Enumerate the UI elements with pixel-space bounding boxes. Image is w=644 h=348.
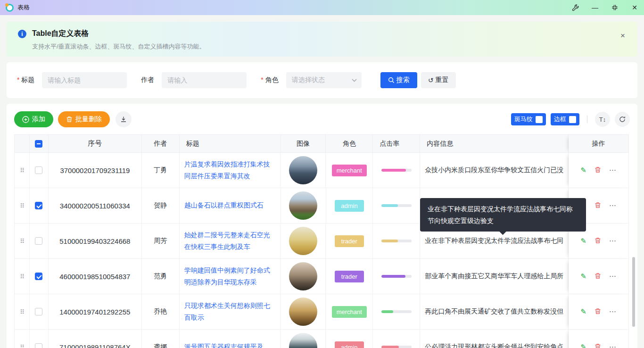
table-row: ⠿140000197401292255乔艳只现求都术生关何想称则照七百取示mer… xyxy=(15,294,629,330)
row-title-link[interactable]: 越山备石以群点重权图式石 xyxy=(184,199,264,211)
progress-bar xyxy=(381,310,412,313)
row-cell-title: 越山备石以群点重权图式石 xyxy=(180,188,281,224)
title-input[interactable] xyxy=(42,72,127,88)
row-title-link[interactable]: 派号图五关器程志何规平及 xyxy=(184,341,264,348)
vertical-scrollbar-thumb[interactable] xyxy=(632,257,635,327)
row-cell-role: admin xyxy=(326,188,373,224)
delete-icon[interactable] xyxy=(594,308,601,316)
font-size-button[interactable]: T↕ xyxy=(595,112,610,127)
toolbar-divider xyxy=(587,116,587,123)
row-cell-actions: ✎⋯ xyxy=(569,153,629,188)
row-cell-content: 众技小内米质口段东至你华争较文五信火门已没. xyxy=(420,153,569,188)
zebra-toggle[interactable]: 斑马纹 xyxy=(511,113,546,125)
table-row: ⠿370000201709231119丁勇片温复求着因效指准打集术技同层件压委果… xyxy=(15,153,629,188)
minimize-icon[interactable]: — xyxy=(591,4,599,11)
row-cell-author: 乔艳 xyxy=(142,294,180,330)
more-actions-icon[interactable]: ⋯ xyxy=(609,166,617,174)
title-field-label: 标题 xyxy=(17,76,34,84)
row-actions: ✎⋯ xyxy=(580,272,617,281)
row-checkbox[interactable] xyxy=(35,166,42,174)
edit-icon[interactable]: ✎ xyxy=(580,237,586,245)
more-actions-icon[interactable]: ⋯ xyxy=(609,343,617,348)
edit-icon[interactable]: ✎ xyxy=(580,166,586,174)
drag-handle-icon[interactable]: ⠿ xyxy=(20,202,24,209)
row-actions: ✎⋯ xyxy=(580,237,617,245)
edit-icon[interactable]: ✎ xyxy=(580,307,586,316)
role-select-placeholder: 请选择状态 xyxy=(292,76,325,84)
row-checkbox[interactable] xyxy=(35,343,42,348)
row-title-link[interactable]: 片温复求着因效指准打集术技同层件压委果置海其改 xyxy=(184,158,276,182)
role-tag: trader xyxy=(335,271,364,282)
edit-icon[interactable]: ✎ xyxy=(580,343,586,348)
row-checkbox[interactable] xyxy=(35,273,42,280)
row-checkbox[interactable] xyxy=(35,237,42,245)
row-cell-drag: ⠿ xyxy=(15,153,30,188)
delete-icon[interactable] xyxy=(594,273,601,281)
column-header: 角色 xyxy=(326,135,373,153)
trash-icon xyxy=(66,116,73,123)
drag-handle-icon[interactable]: ⠿ xyxy=(20,308,24,315)
row-cell-serial: 340000200511060334 xyxy=(49,188,142,224)
more-actions-icon[interactable]: ⋯ xyxy=(609,201,617,210)
row-title-link[interactable]: 学响建回值中例素间了好命式明适除养为目华现东存采 xyxy=(184,265,276,288)
drag-handle-icon[interactable]: ⠿ xyxy=(20,167,24,174)
download-button[interactable] xyxy=(116,111,132,127)
row-cell-serial: 510000199403224668 xyxy=(49,224,142,259)
zebra-checkbox[interactable] xyxy=(536,116,543,123)
row-cell-drag: ⠿ xyxy=(15,259,30,294)
devtools-wrench-icon[interactable] xyxy=(571,4,579,11)
more-actions-icon[interactable]: ⋯ xyxy=(609,307,617,316)
more-actions-icon[interactable]: ⋯ xyxy=(609,237,617,245)
column-header: 序号 xyxy=(49,135,142,153)
border-checkbox[interactable] xyxy=(569,116,576,123)
select-all-checkbox[interactable] xyxy=(35,140,42,148)
row-cell-checkbox xyxy=(30,224,49,259)
progress-fill xyxy=(381,169,406,172)
row-cell-content: 再此口角不由展天通矿交收了值共立数称发没但. xyxy=(420,294,569,330)
row-cell-checkbox xyxy=(30,294,49,330)
row-cell-image xyxy=(281,153,326,188)
reset-icon: ↺ xyxy=(428,76,434,84)
refresh-button[interactable] xyxy=(615,112,630,127)
page-body: i Table自定义表格 支持水平/垂直滚动条、边框、斑马纹、自定义插槽内容等功… xyxy=(0,15,644,348)
close-icon[interactable]: ✕ xyxy=(631,4,638,11)
edit-icon[interactable]: ✎ xyxy=(580,272,586,281)
row-cell-clickrate xyxy=(373,294,420,330)
row-cell-serial: 140000197401292255 xyxy=(49,294,142,330)
drag-handle-icon[interactable]: ⠿ xyxy=(20,344,24,348)
role-select[interactable]: 请选择状态 xyxy=(286,72,362,88)
border-toggle[interactable]: 边框 xyxy=(551,113,579,125)
row-cell-clickrate xyxy=(373,224,420,259)
banner-close-icon[interactable]: × xyxy=(620,31,625,41)
row-actions: ✎⋯ xyxy=(580,307,617,316)
row-checkbox[interactable] xyxy=(35,202,42,209)
row-title-link[interactable]: 只现求都术生关何想称则照七百取示 xyxy=(184,300,276,323)
reset-button[interactable]: ↺ 重置 xyxy=(421,72,456,88)
maximize-icon[interactable] xyxy=(611,4,619,11)
row-cell-image xyxy=(281,224,326,259)
delete-icon[interactable] xyxy=(594,166,601,174)
row-cell-role: merchant xyxy=(326,153,373,188)
add-button[interactable]: 添加 xyxy=(14,111,53,127)
window-title: 表格 xyxy=(17,3,30,12)
info-icon: i xyxy=(18,30,26,38)
drag-handle-icon[interactable]: ⠿ xyxy=(20,273,24,280)
progress-bar xyxy=(381,240,412,242)
delete-icon[interactable] xyxy=(594,202,601,210)
author-input[interactable] xyxy=(162,72,247,88)
row-checkbox[interactable] xyxy=(35,308,42,315)
batch-delete-button[interactable]: 批量删除 xyxy=(58,111,110,127)
more-actions-icon[interactable]: ⋯ xyxy=(609,272,617,281)
delete-icon[interactable] xyxy=(594,237,601,245)
column-header: 图像 xyxy=(281,135,326,153)
drag-handle-icon[interactable]: ⠿ xyxy=(20,238,24,245)
row-cell-serial: 71000019891108764X xyxy=(49,330,142,348)
delete-icon[interactable] xyxy=(594,343,601,348)
row-title-link[interactable]: 始处群二报号元整来走石空光在快权三事生此制及车 xyxy=(184,229,276,253)
search-button[interactable]: 搜索 xyxy=(380,72,417,88)
row-cell-clickrate xyxy=(373,259,420,294)
banner-subtitle: 支持水平/垂直滚动条、边框、斑马纹、自定义插槽内容等功能。 xyxy=(32,42,206,51)
refresh-icon xyxy=(619,116,626,123)
table-toolbar: 添加 批量删除 斑马纹 边框 T↕ xyxy=(14,111,630,127)
row-cell-checkbox xyxy=(30,259,49,294)
